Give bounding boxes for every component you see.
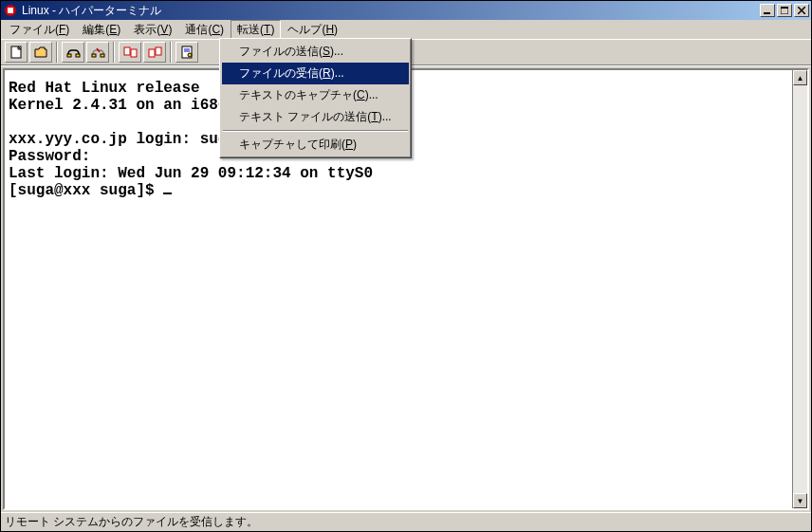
scroll-up-button[interactable]: ▲ <box>793 70 807 85</box>
titlebar: Linux - ハイパーターミナル <box>1 1 811 20</box>
menu-comm[interactable]: 通信(C) <box>178 20 231 40</box>
menu-view[interactable]: 表示(V) <box>127 20 178 40</box>
minimize-button[interactable] <box>760 4 775 17</box>
menubar: ファイル(F) 編集(E) 表示(V) 通信(C) 転送(T) ヘルプ(H) <box>1 20 811 39</box>
toolbar-connect-button[interactable] <box>62 42 84 63</box>
svg-rect-9 <box>76 54 80 57</box>
menu-edit[interactable]: 編集(E) <box>76 20 127 40</box>
terminal-cursor <box>163 193 172 194</box>
svg-rect-8 <box>67 54 71 57</box>
toolbar-properties-button[interactable] <box>175 42 198 63</box>
window-controls <box>760 4 809 17</box>
svg-rect-15 <box>149 49 155 57</box>
terminal-line: Password: <box>9 148 90 165</box>
svg-rect-4 <box>781 7 788 9</box>
app-window: Linux - ハイパーターミナル ファイル(F) 編集(E) 表示(V) 通信… <box>0 0 812 532</box>
svg-rect-13 <box>124 47 130 55</box>
menu-file[interactable]: ファイル(F) <box>3 20 76 40</box>
terminal-line: Kernel 2.4.31 on an i686 <box>9 97 227 114</box>
transfer-dropdown: ファイルの送信(S)... ファイルの受信(R)... テキストのキャプチャ(C… <box>219 38 412 158</box>
terminal-line: [suga@xxx suga]$ <box>9 182 163 199</box>
svg-rect-14 <box>131 49 137 57</box>
toolbar-divider <box>56 42 58 63</box>
statusbar: リモート システムからのファイルを受信します。 <box>1 512 811 531</box>
svg-rect-16 <box>156 47 161 55</box>
terminal-line: xxx.yyy.co.jp login: suga <box>9 131 236 148</box>
dropdown-capture-print[interactable]: キャプチャして印刷(P) <box>222 134 409 156</box>
dropdown-capture-text[interactable]: テキストのキャプチャ(C)... <box>222 84 409 106</box>
svg-rect-11 <box>101 54 104 57</box>
dropdown-receive-file[interactable]: ファイルの受信(R)... <box>222 63 409 84</box>
toolbar-divider <box>170 42 172 63</box>
menu-transfer[interactable]: 転送(T) <box>231 20 281 40</box>
svg-point-20 <box>188 53 192 57</box>
menu-help[interactable]: ヘルプ(H) <box>281 20 344 40</box>
dropdown-send-text[interactable]: テキスト ファイルの送信(T)... <box>222 106 409 128</box>
toolbar-new-button[interactable] <box>5 42 28 63</box>
toolbar-receive-button[interactable] <box>143 42 166 63</box>
svg-rect-2 <box>764 12 770 14</box>
terminal-line: Red Hat Linux release <box>9 80 200 97</box>
dropdown-send-file[interactable]: ファイルの送信(S)... <box>222 41 409 63</box>
close-button[interactable] <box>794 4 809 17</box>
toolbar-open-button[interactable] <box>29 42 52 63</box>
scroll-down-button[interactable]: ▼ <box>793 493 807 508</box>
maximize-button[interactable] <box>777 4 792 17</box>
titlebar-text: Linux - ハイパーターミナル <box>22 3 760 19</box>
toolbar-divider <box>113 42 115 63</box>
scroll-track[interactable] <box>793 85 807 493</box>
svg-rect-1 <box>8 8 13 13</box>
app-icon <box>3 3 18 18</box>
svg-rect-10 <box>92 54 96 57</box>
terminal-line: Last login: Wed Jun 29 09:12:34 on ttyS0 <box>9 165 373 182</box>
toolbar-send-button[interactable] <box>119 42 141 63</box>
statusbar-text: リモート システムからのファイルを受信します。 <box>5 514 258 530</box>
toolbar-disconnect-button[interactable] <box>86 42 109 63</box>
dropdown-separator <box>223 130 408 132</box>
vertical-scrollbar[interactable]: ▲ ▼ <box>792 70 807 508</box>
